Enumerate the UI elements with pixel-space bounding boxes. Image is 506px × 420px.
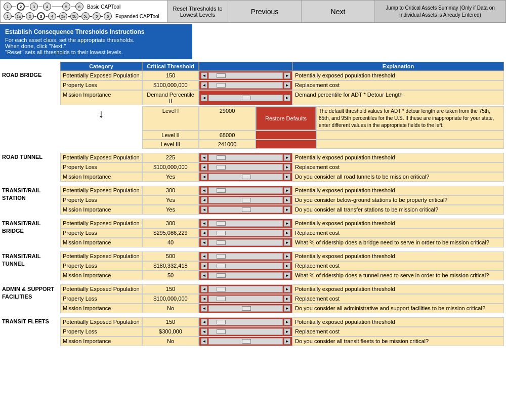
slider-right-arrow[interactable]: ►	[284, 230, 290, 236]
slider-left-arrow[interactable]: ◄	[201, 72, 207, 79]
slider-track[interactable]	[208, 154, 283, 161]
slider-track[interactable]	[208, 305, 283, 312]
trt-slider-1[interactable]: ◄ ►	[199, 251, 292, 261]
rt-slider-2[interactable]: ◄ ►	[199, 162, 292, 172]
slider-left-arrow[interactable]: ◄	[201, 154, 207, 161]
slider-right-arrow[interactable]: ►	[284, 154, 290, 161]
slider-thumb[interactable]	[217, 254, 226, 259]
asf-slider-2[interactable]: ◄ ►	[199, 294, 292, 304]
slider-thumb[interactable]	[217, 287, 226, 291]
trs-slider-3[interactable]: ◄ ►	[199, 205, 292, 215]
slider-track[interactable]	[208, 338, 283, 345]
slider-thumb[interactable]	[242, 306, 251, 311]
exp-step-3[interactable]: 3	[37, 12, 45, 20]
asf-slider-1[interactable]: ◄ ►	[199, 284, 292, 294]
rt-slider-1[interactable]: ◄ ►	[199, 153, 292, 162]
slider-track[interactable]	[208, 95, 283, 101]
demand-val-1[interactable]: 29000	[199, 106, 256, 131]
slider-thumb[interactable]	[242, 339, 251, 344]
rb-slider-3[interactable]: ◄ ►	[199, 90, 292, 105]
rb-slider-2[interactable]: ◄ ►	[199, 80, 292, 90]
slider-left-arrow[interactable]: ◄	[201, 230, 207, 236]
slider-left-arrow[interactable]: ◄	[201, 253, 207, 260]
slider-right-arrow[interactable]: ►	[284, 328, 290, 335]
slider-right-arrow[interactable]: ►	[284, 197, 290, 203]
slider-right-arrow[interactable]: ►	[284, 286, 290, 292]
exp-step-6[interactable]: 6	[104, 12, 112, 20]
slider-left-arrow[interactable]: ◄	[201, 239, 207, 246]
slider-thumb[interactable]	[217, 155, 226, 160]
slider-left-arrow[interactable]: ◄	[201, 164, 207, 171]
slider-track[interactable]	[208, 82, 283, 89]
slider-track[interactable]	[208, 230, 283, 236]
slider-left-arrow[interactable]: ◄	[201, 338, 207, 345]
slider-right-arrow[interactable]: ►	[284, 263, 290, 269]
slider-left-arrow[interactable]: ◄	[201, 187, 207, 194]
slider-thumb[interactable]	[217, 320, 226, 324]
slider-right-arrow[interactable]: ►	[284, 72, 290, 79]
trt-slider-2[interactable]: ◄ ►	[199, 261, 292, 271]
slider-right-arrow[interactable]: ►	[284, 164, 290, 171]
slider-left-arrow[interactable]: ◄	[201, 95, 207, 101]
slider-right-arrow[interactable]: ►	[284, 338, 290, 345]
exp-step-5b[interactable]: 5b	[70, 12, 78, 20]
slider-thumb[interactable]	[217, 188, 226, 193]
reset-button[interactable]: Reset Thresholds to Lowest Levels	[167, 1, 228, 22]
slider-thumb[interactable]	[217, 297, 226, 301]
trs-slider-2[interactable]: ◄ ►	[199, 195, 292, 205]
slider-left-arrow[interactable]: ◄	[201, 174, 207, 180]
slider-right-arrow[interactable]: ►	[284, 174, 290, 180]
demand-val-3[interactable]: 241000	[199, 140, 256, 149]
rb-slider-1[interactable]: ◄ ►	[199, 71, 292, 80]
rt-slider-3[interactable]: ◄ ►	[199, 172, 292, 182]
tf-slider-3[interactable]: ◄ ►	[199, 337, 292, 346]
slider-left-arrow[interactable]: ◄	[201, 328, 207, 335]
slider-track[interactable]	[208, 286, 283, 292]
slider-left-arrow[interactable]: ◄	[201, 82, 207, 89]
slider-left-arrow[interactable]: ◄	[201, 286, 207, 292]
slider-track[interactable]	[208, 296, 283, 302]
slider-track[interactable]	[208, 272, 283, 279]
trb-slider-1[interactable]: ◄ ►	[199, 219, 292, 228]
trb-slider-2[interactable]: ◄ ►	[199, 228, 292, 238]
slider-track[interactable]	[208, 319, 283, 325]
slider-right-arrow[interactable]: ►	[284, 206, 290, 213]
slider-right-arrow[interactable]: ►	[284, 220, 290, 227]
exp-step-5c[interactable]: 5c	[81, 12, 90, 20]
step-6[interactable]: 6	[75, 3, 83, 11]
slider-right-arrow[interactable]: ►	[284, 296, 290, 302]
step-5[interactable]: 5	[62, 3, 70, 11]
slider-thumb[interactable]	[217, 83, 226, 88]
slider-track[interactable]	[208, 187, 283, 194]
slider-left-arrow[interactable]: ◄	[201, 319, 207, 325]
next-button[interactable]: Next	[302, 1, 375, 22]
slider-track[interactable]	[208, 72, 283, 79]
slider-thumb[interactable]	[242, 96, 251, 100]
slider-track[interactable]	[208, 197, 283, 203]
slider-thumb[interactable]	[217, 264, 226, 268]
slider-track[interactable]	[208, 239, 283, 246]
trs-slider-1[interactable]: ◄ ►	[199, 186, 292, 195]
slider-left-arrow[interactable]: ◄	[201, 296, 207, 302]
step-3[interactable]: 3	[30, 3, 38, 11]
slider-right-arrow[interactable]: ►	[284, 95, 290, 101]
slider-thumb[interactable]	[217, 221, 226, 226]
tf-slider-1[interactable]: ◄ ►	[199, 317, 292, 327]
slider-track[interactable]	[208, 253, 283, 260]
slider-right-arrow[interactable]: ►	[284, 239, 290, 246]
slider-right-arrow[interactable]: ►	[284, 272, 290, 279]
tf-slider-2[interactable]: ◄ ►	[199, 327, 292, 337]
slider-track[interactable]	[208, 220, 283, 227]
restore-button[interactable]: Restore Defaults	[256, 107, 316, 130]
step-4[interactable]: 4	[43, 3, 51, 11]
trb-slider-3[interactable]: ◄ ►	[199, 238, 292, 247]
step-1[interactable]: 1	[4, 3, 12, 11]
restore-defaults-btn[interactable]: Restore Defaults	[256, 106, 316, 131]
slider-right-arrow[interactable]: ►	[284, 187, 290, 194]
slider-left-arrow[interactable]: ◄	[201, 263, 207, 269]
slider-thumb[interactable]	[217, 231, 226, 235]
slider-track[interactable]	[208, 164, 283, 171]
slider-left-arrow[interactable]: ◄	[201, 206, 207, 213]
jump-button[interactable]: Jump to Critical Assets Summay (Only if …	[375, 1, 505, 22]
slider-thumb[interactable]	[242, 198, 251, 202]
